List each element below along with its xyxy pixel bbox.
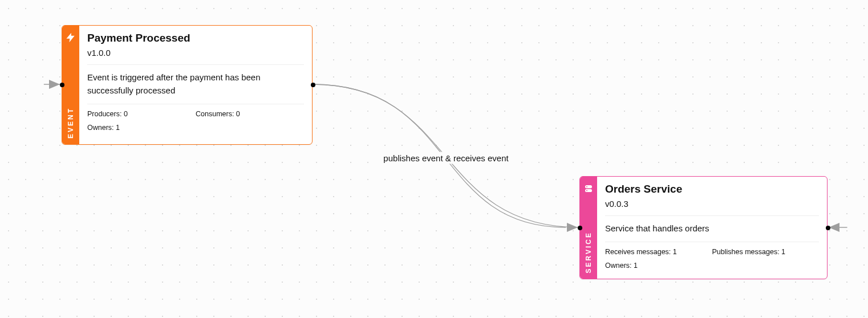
event-consumers: Consumers: 0 [196, 110, 304, 124]
service-sidebar-label: SERVICE [585, 231, 593, 273]
service-right-port[interactable] [826, 226, 830, 230]
service-publishes: Publishes messages: 1 [712, 248, 820, 262]
event-title: Payment Processed [87, 31, 304, 46]
svg-rect-0 [585, 185, 592, 188]
service-node[interactable]: SERVICE Orders Service v0.0.3 Service th… [579, 176, 828, 279]
service-title: Orders Service [605, 182, 819, 197]
event-owners: Owners: 1 [87, 124, 304, 132]
svg-point-2 [586, 186, 587, 187]
diagram-canvas[interactable]: publishes event & receives event EVENT P… [0, 0, 868, 318]
arrow-into-service [567, 223, 578, 232]
lightning-icon [64, 31, 77, 44]
event-right-port[interactable] [311, 83, 315, 87]
service-description: Service that handles orders [605, 215, 819, 235]
event-description: Event is triggered after the payment has… [87, 64, 304, 97]
service-content: Orders Service v0.0.3 Service that handl… [597, 177, 827, 279]
service-left-port[interactable] [578, 226, 582, 230]
event-producers: Producers: 0 [87, 110, 196, 124]
service-receives: Receives messages: 1 [605, 248, 712, 262]
svg-point-3 [586, 190, 587, 191]
arrow-into-event [49, 80, 60, 89]
service-stats: Receives messages: 1 Publishes messages:… [605, 242, 819, 270]
service-owners: Owners: 1 [605, 262, 819, 270]
event-left-port[interactable] [60, 83, 64, 87]
event-sidebar-label: EVENT [67, 107, 75, 138]
edge-label: publishes event & receives event [380, 152, 512, 164]
event-node[interactable]: EVENT Payment Processed v1.0.0 Event is … [62, 25, 313, 145]
service-sidebar: SERVICE [580, 177, 597, 279]
event-stats: Producers: 0 Consumers: 0 Owners: 1 [87, 104, 304, 132]
event-sidebar: EVENT [62, 26, 79, 144]
svg-rect-1 [585, 189, 592, 192]
event-content: Payment Processed v1.0.0 Event is trigge… [79, 26, 312, 144]
service-version: v0.0.3 [605, 199, 819, 209]
event-version: v1.0.0 [87, 48, 304, 58]
server-icon [582, 182, 595, 195]
